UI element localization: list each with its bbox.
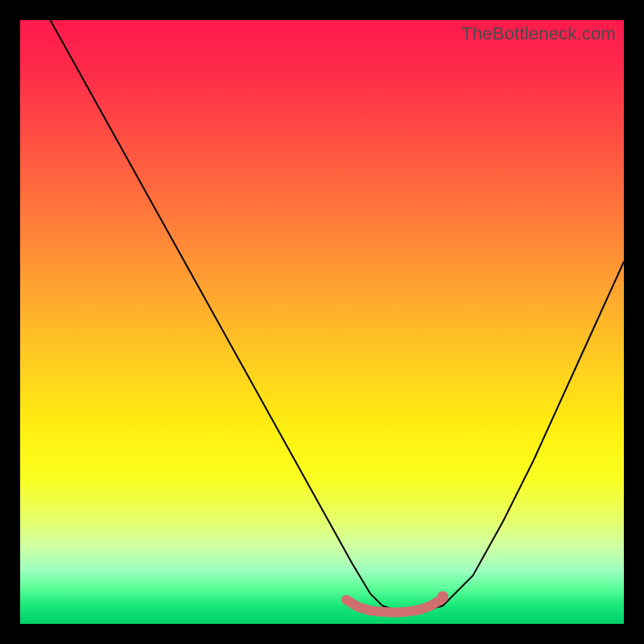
chart-svg — [20, 20, 624, 624]
optimal-band-path — [346, 599, 443, 613]
optimal-dot — [437, 591, 448, 602]
chart-area: TheBottleneck.com — [20, 20, 624, 624]
bottleneck-curve-path — [51, 20, 625, 612]
